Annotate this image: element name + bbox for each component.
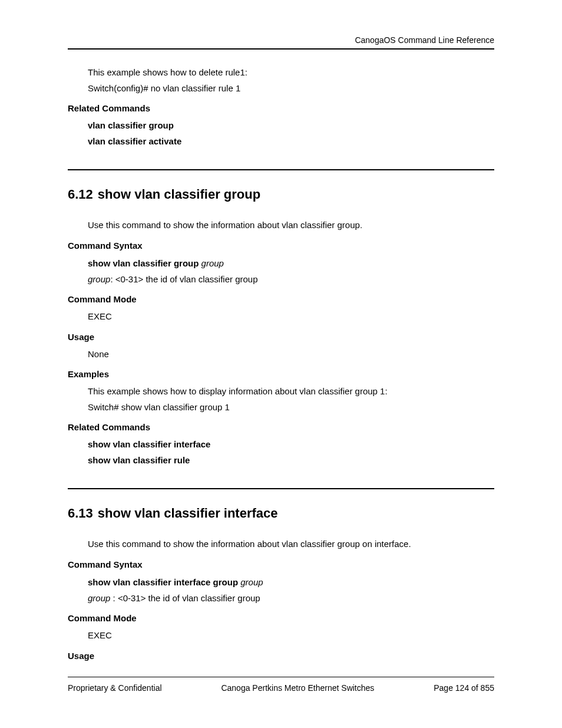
sec613-mode-heading: Command Mode xyxy=(68,613,494,623)
sec612-syntax-heading: Command Syntax xyxy=(68,241,494,251)
syntax-param-text: group xyxy=(201,258,224,268)
sec612-related-heading: Related Commands xyxy=(68,422,494,432)
sec612-syntax-desc: group: <0-31> the id of vlan classifier … xyxy=(88,272,494,286)
footer-center: Canoga Pertkins Metro Ethernet Switches xyxy=(221,683,374,693)
syntax-command-text: show vlan classifier interface group xyxy=(88,577,240,587)
document-page: CanogaOS Command Line Reference This exa… xyxy=(0,0,562,728)
sec612-example-line1: This example shows how to display inform… xyxy=(88,385,494,398)
page-header: CanogaOS Command Line Reference xyxy=(68,35,494,50)
syntax-command-text: show vlan classifier group xyxy=(88,258,201,268)
sec613-syntax-cmd: show vlan classifier interface group gro… xyxy=(88,575,494,589)
prev-related-cmd2: vlan classifier activate xyxy=(88,135,494,149)
prev-example-line2: Switch(config)# no vlan classifier rule … xyxy=(88,82,494,95)
section-name: show vlan classifier group xyxy=(98,187,260,202)
sec612-mode-heading: Command Mode xyxy=(68,294,494,304)
sec612-related-cmd1: show vlan classifier interface xyxy=(88,438,494,452)
syntax-desc-rest: : <0-31> the id of vlan classifier group xyxy=(113,593,260,603)
sec612-examples-heading: Examples xyxy=(68,369,494,379)
prev-example-line1: This example shows how to delete rule1: xyxy=(88,66,494,80)
section-612-title: 6.12show vlan classifier group xyxy=(68,187,494,202)
section-613-title: 6.13show vlan classifier interface xyxy=(68,506,494,521)
prev-related-heading: Related Commands xyxy=(68,103,494,113)
syntax-desc-rest: : <0-31> the id of vlan classifier group xyxy=(110,274,257,284)
sec613-desc: Use this command to show the information… xyxy=(88,538,494,551)
sec612-mode-value: EXEC xyxy=(88,310,494,324)
sec612-related-cmd2: show vlan classifier rule xyxy=(88,454,494,467)
footer-row: Proprietary & Confidential Canoga Pertki… xyxy=(68,677,494,693)
section-divider xyxy=(68,169,494,170)
sec613-mode-value: EXEC xyxy=(88,629,494,643)
footer-right: Page 124 of 855 xyxy=(434,683,494,693)
section-number: 6.12 xyxy=(68,187,93,202)
sec613-usage-heading: Usage xyxy=(68,651,494,661)
sec612-usage-value: None xyxy=(88,348,494,361)
sec612-usage-heading: Usage xyxy=(68,332,494,342)
syntax-desc-param: group xyxy=(88,593,113,603)
syntax-param-text: group xyxy=(240,577,263,587)
section-number: 6.13 xyxy=(68,506,93,521)
sec612-example-line2: Switch# show vlan classifier group 1 xyxy=(88,401,494,414)
section-divider xyxy=(68,488,494,489)
footer-left: Proprietary & Confidential xyxy=(68,683,162,693)
section-name: show vlan classifier interface xyxy=(98,506,278,521)
prev-related-cmd1: vlan classifier group xyxy=(88,119,494,133)
sec613-syntax-desc: group : <0-31> the id of vlan classifier… xyxy=(88,591,494,605)
sec613-syntax-heading: Command Syntax xyxy=(68,559,494,569)
page-footer: Proprietary & Confidential Canoga Pertki… xyxy=(68,677,494,693)
syntax-desc-param: group xyxy=(88,274,110,284)
header-title: CanogaOS Command Line Reference xyxy=(355,35,494,45)
sec612-desc: Use this command to show the information… xyxy=(88,219,494,232)
sec612-syntax-cmd: show vlan classifier group group xyxy=(88,256,494,270)
